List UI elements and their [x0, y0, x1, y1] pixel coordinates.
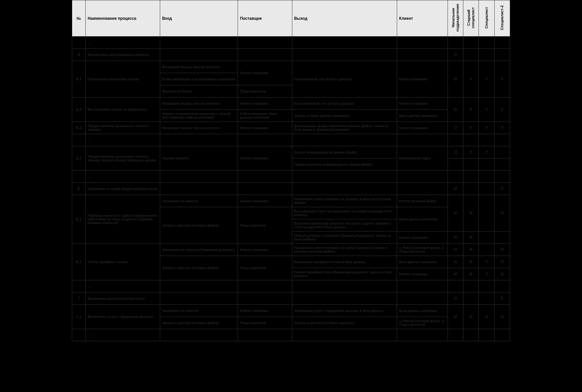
row-num: 6.2 — [72, 244, 86, 280]
input-cell: Запись в реестре (сетевом файле) — [160, 317, 238, 329]
role-cell: И — [463, 195, 479, 232]
col-input: Вход — [160, 0, 238, 37]
input-cell: Выписка из банка — [160, 85, 238, 98]
role-cell: У — [494, 122, 510, 134]
client-cell: База данных компании — [397, 305, 448, 317]
input-cell: Входящий звонок, письмо клиента — [160, 61, 238, 73]
table-row: 4.3 Предоставление детального отчета о з… — [72, 122, 510, 134]
row-num: 6 — [72, 183, 86, 195]
ellipsis-cell: … — [86, 171, 160, 183]
row-num: 4.3 — [72, 122, 86, 134]
role-cell: И — [448, 232, 463, 244]
output-cell: Изменение тарифного плана в базе данных — [292, 256, 397, 268]
output-cell: Запись в реестре (сетевом журнале) — [292, 317, 397, 329]
process-name: Предоставление детального отчета о звон­… — [86, 146, 160, 171]
client-cell: 1. Реестр (сетевой файл). 2. Отдел расче… — [397, 244, 448, 256]
table-row: 6.1 Перевод клиентов с одного юридическо… — [72, 195, 510, 207]
col-output: Выход — [292, 0, 397, 37]
role-cell: И — [448, 195, 463, 232]
ellipsis-cell: … — [86, 134, 160, 146]
table-row: 6.2 Смена тарифного плана Заявление от к… — [72, 244, 510, 256]
process-name: Изменение условий предоставления услуг — [86, 183, 160, 195]
output-cell: Выставленный счет (в базе данных) — [292, 98, 397, 110]
process-name: Выставление счетов на предоплату — [86, 98, 160, 122]
role-cell: У — [494, 183, 510, 195]
role-cell: У — [479, 256, 494, 268]
role-cell: О — [494, 195, 510, 232]
header-row: № Наименование процесса Вход Поставщик В… — [72, 0, 510, 37]
role-cell: О — [494, 244, 510, 256]
role-cell: О — [494, 305, 510, 329]
process-name: Предоставление детального отчета о звонк… — [86, 122, 160, 134]
col-role-4: Специалист-2 — [494, 0, 510, 37]
col-role-2: Старший специалист — [463, 0, 479, 37]
process-name: Финансовое обслуживание клиентов — [86, 49, 160, 61]
role-cell: У — [463, 98, 479, 122]
role-cell: О — [448, 146, 463, 158]
role-cell: У — [463, 146, 479, 158]
process-table: № Наименование процесса Вход Поставщик В… — [72, 0, 510, 341]
role-cell: У — [494, 61, 510, 98]
role-cell: У — [479, 61, 494, 98]
role-cell: О — [448, 49, 463, 61]
table-row: … — [72, 171, 510, 183]
row-num: 4 — [72, 49, 86, 61]
role-cell: У — [479, 305, 494, 329]
role-cell: И — [463, 256, 479, 268]
supplier-cell: Клиент компании — [238, 61, 292, 85]
output-cell: Активация услуги «Удержание вызова» в ба… — [292, 305, 397, 317]
process-name: Включение услуги «Удержание вызова» — [86, 305, 160, 329]
input-cell: Заявление от клиента — [160, 305, 238, 317]
table-row: 6 Изменение условий предоставления услуг… — [72, 183, 510, 195]
input-cell: Входящий звонок, письмо клиента — [160, 122, 238, 134]
row-num: 7.1 — [72, 305, 86, 329]
role-cell: О — [494, 256, 510, 268]
row-num: 7 — [72, 293, 86, 305]
client-cell: Клиент компании — [397, 268, 448, 280]
table-row: 4.1 Пополнение клиентских счетов Входящи… — [72, 61, 510, 73]
supplier-cell: Отдел расчетов — [238, 317, 292, 329]
input-cell: Запись в реестре (сетевом файле) — [160, 207, 238, 244]
supplier-cell: Сайты компании, базы данных компании — [238, 110, 292, 122]
row-num: 4.2 — [72, 98, 86, 122]
output-cell: Пополненный счет (в базе данных) — [292, 61, 397, 98]
input-cell: Заявка, отправленная клиентом с личной в… — [160, 110, 238, 122]
role-cell: У — [479, 122, 494, 134]
client-cell: Инженерный отдел — [397, 146, 448, 171]
role-cell: О — [448, 122, 463, 134]
client-cell: Реестр (сетевой файл) — [397, 195, 448, 207]
process-name: Включение дополнительных услуг — [86, 293, 160, 305]
table-row: … — [72, 280, 510, 293]
table-row: 7.1 Включение услуги «Удержание вызова» … — [72, 305, 510, 317]
supplier-cell: Клиент компании — [238, 244, 292, 256]
supplier-cell: Клиент компании — [238, 122, 292, 134]
output-cell: Запрос информации из архива (файл) — [292, 146, 397, 158]
table-row: … — [72, 37, 510, 49]
client-cell: 1. Реестр (сетевой файл). 2. Отдел расче… — [397, 317, 448, 329]
row-num: 6.1 — [72, 195, 86, 244]
table-row: … — [72, 329, 510, 341]
col-role-1: Начальник подразделения — [448, 0, 463, 37]
row-num: 4.1 — [72, 61, 86, 98]
client-cell: Клиент компании — [397, 232, 448, 244]
input-cell: Входящий звонок, письмо клиента — [160, 98, 238, 110]
role-cell: У — [479, 98, 494, 122]
ellipsis-cell: … — [86, 329, 160, 341]
table-row: 4 Финансовое обслуживание клиентов О — [72, 49, 510, 61]
role-cell: И — [463, 268, 479, 280]
role-cell: И — [463, 232, 479, 244]
output-cell: Запись в базах данных компании — [292, 110, 397, 122]
role-cell: У — [479, 268, 494, 280]
role-cell: О — [494, 268, 510, 280]
supplier-cell: Клиент компании — [238, 98, 292, 110]
output-cell: Новый тарифный план (бумажный документ, … — [292, 268, 397, 280]
client-cell: Базы данных компании — [397, 207, 448, 232]
process-name: Перевод клиентов с одного юридического (… — [86, 195, 160, 244]
output-cell: Предоставление информации из архива (фай… — [292, 158, 397, 171]
client-cell: Клиент компании — [397, 98, 448, 110]
col-supplier: Поставщик — [238, 0, 292, 37]
table-row: 4.2 Выставление счетов на предоплату Вхо… — [72, 98, 510, 110]
supplier-cell: Клиент компании — [238, 305, 292, 317]
client-cell: Базы данных компании — [397, 110, 448, 122]
role-cell: О — [448, 98, 463, 122]
